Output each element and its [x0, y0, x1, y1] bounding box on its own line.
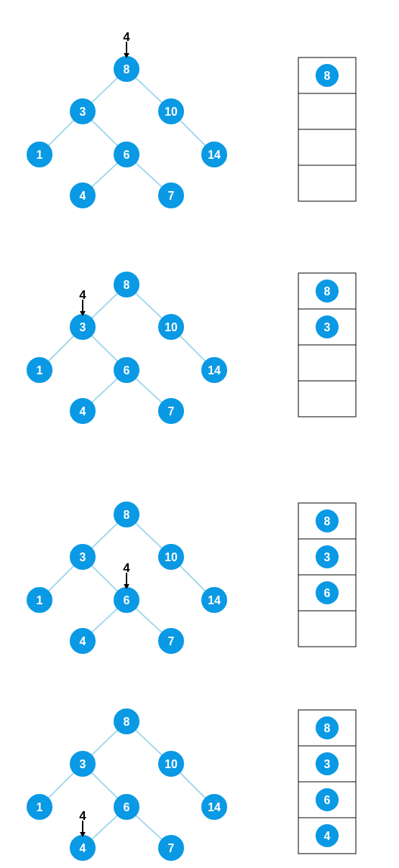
tree-node-4: 4 [70, 398, 96, 424]
tree-node-label: 1 [37, 594, 43, 606]
search-value-label: 4 [123, 30, 130, 44]
tree-node-label: 4 [80, 405, 86, 417]
tree-node-label: 14 [208, 801, 221, 813]
search-arrow: 4 [79, 809, 86, 838]
stack-cell-1: 3 [316, 545, 339, 568]
stack: 836 [298, 503, 356, 647]
stack: 8364 [298, 710, 356, 854]
tree: 13467810144 [27, 272, 227, 424]
tree-node-label: 10 [165, 106, 178, 118]
tree-node-1: 1 [27, 142, 52, 167]
tree-node-1: 1 [27, 357, 52, 383]
tree-node-3: 3 [70, 314, 96, 340]
stack-cell-3: 4 [316, 824, 339, 847]
tree-node-label: 7 [168, 190, 175, 202]
search-arrow: 4 [123, 561, 130, 590]
stack-cell-label: 8 [324, 515, 331, 527]
stack-cell-label: 4 [324, 830, 331, 842]
tree-node-6: 6 [114, 142, 139, 167]
tree-node-label: 7 [168, 405, 175, 417]
tree-node-10: 10 [158, 544, 184, 570]
tree-node-4: 4 [70, 183, 96, 208]
tree-node-label: 4 [80, 190, 86, 202]
tree-node-4: 4 [70, 835, 96, 861]
tree-node-label: 6 [124, 801, 130, 813]
tree: 13467810144 [27, 30, 227, 209]
tree-node-label: 7 [168, 842, 175, 854]
diagram-root: 1346781014481346781014483134678101448361… [0, 0, 399, 868]
stack-cell-2: 6 [316, 581, 339, 604]
tree-node-label: 8 [124, 63, 130, 75]
search-arrow: 4 [79, 288, 86, 317]
tree-node-7: 7 [158, 398, 184, 424]
tree-node-8: 8 [114, 502, 139, 527]
tree-node-label: 14 [208, 594, 221, 606]
search-value-label: 4 [79, 809, 86, 823]
tree-node-8: 8 [114, 708, 139, 734]
tree-node-label: 4 [80, 635, 86, 647]
search-value-label: 4 [79, 288, 86, 302]
tree: 13467810144 [27, 502, 227, 654]
tree-node-label: 6 [124, 149, 130, 161]
tree-node-label: 3 [80, 551, 86, 563]
stack-cell-1: 3 [316, 752, 339, 775]
tree-node-label: 8 [124, 716, 130, 728]
tree-node-label: 3 [80, 106, 86, 118]
stack-cell-label: 3 [324, 758, 331, 770]
tree-node-7: 7 [158, 628, 184, 654]
stack-cell-2: 6 [316, 788, 339, 811]
tree-node-14: 14 [201, 587, 227, 613]
tree-node-1: 1 [27, 794, 52, 820]
tree-node-label: 10 [165, 758, 178, 770]
tree-node-3: 3 [70, 544, 96, 570]
tree-node-7: 7 [158, 835, 184, 861]
tree-node-14: 14 [201, 794, 227, 820]
tree-node-label: 6 [124, 594, 130, 606]
tree-node-label: 3 [80, 321, 86, 333]
tree-node-label: 8 [124, 279, 130, 291]
stack-cell-label: 3 [324, 551, 331, 563]
search-arrow: 4 [123, 30, 130, 59]
stack-cell-0: 8 [316, 64, 339, 87]
tree-node-label: 3 [80, 758, 86, 770]
tree-node-label: 1 [37, 801, 43, 813]
stack: 83 [298, 273, 356, 417]
stack-cell-label: 6 [324, 587, 331, 599]
stack-cell-label: 3 [324, 321, 331, 333]
tree-node-3: 3 [70, 98, 96, 124]
stack-cell-0: 8 [316, 509, 339, 532]
tree-node-label: 1 [37, 364, 43, 377]
stack-cell-0: 8 [316, 716, 339, 739]
tree-node-10: 10 [158, 751, 184, 777]
search-value-label: 4 [123, 561, 130, 575]
tree-node-label: 10 [165, 551, 178, 563]
stack-cell-label: 8 [324, 70, 331, 82]
tree-node-14: 14 [201, 142, 227, 167]
tree-node-14: 14 [201, 357, 227, 383]
tree-node-4: 4 [70, 628, 96, 654]
stack-cell-0: 8 [316, 280, 339, 303]
tree-node-3: 3 [70, 751, 96, 777]
tree-node-label: 10 [165, 321, 178, 333]
stack: 8 [298, 57, 356, 201]
tree-node-label: 14 [208, 364, 221, 377]
tree-node-8: 8 [114, 272, 139, 297]
tree-node-label: 1 [37, 149, 43, 161]
tree: 13467810144 [27, 708, 227, 861]
tree-node-label: 6 [124, 364, 130, 377]
tree-node-10: 10 [158, 98, 184, 124]
stack-cell-label: 8 [324, 285, 331, 297]
tree-node-6: 6 [114, 587, 139, 613]
tree-node-label: 8 [124, 509, 130, 521]
tree-node-8: 8 [114, 56, 139, 82]
stack-cell-1: 3 [316, 315, 339, 338]
tree-node-10: 10 [158, 314, 184, 340]
diagram-svg: 1346781014481346781014483134678101448361… [0, 0, 399, 868]
stack-cell-label: 6 [324, 794, 331, 806]
tree-node-6: 6 [114, 357, 139, 383]
tree-node-label: 4 [80, 842, 86, 854]
tree-node-label: 14 [208, 149, 221, 161]
tree-node-7: 7 [158, 183, 184, 208]
stack-cell-label: 8 [324, 722, 331, 734]
tree-node-label: 7 [168, 635, 175, 647]
